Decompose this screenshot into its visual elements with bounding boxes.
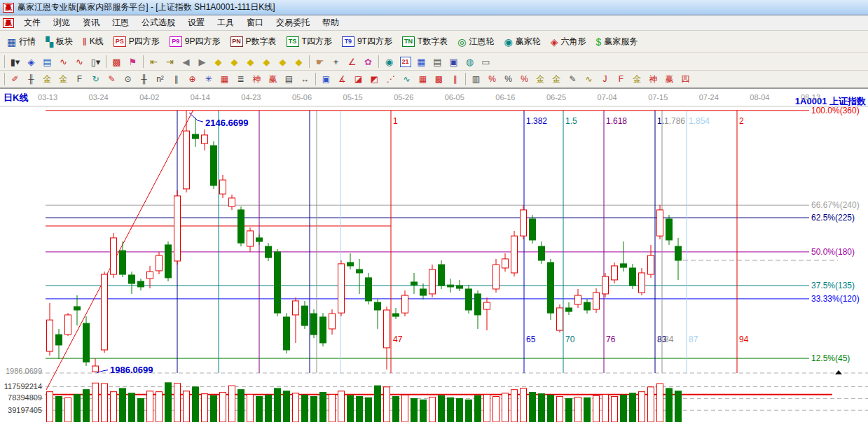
red-grid-2-icon[interactable]: ▩ [432,72,447,86]
mirror-line-icon[interactable]: ∥ [169,72,184,86]
shen-angle-icon[interactable]: 神 [646,72,661,86]
menu-交易委托[interactable]: 交易委托 [270,15,316,30]
candle-picker-icon[interactable]: ▯▾ [88,55,104,69]
info-board-icon[interactable]: ▤ [40,55,55,69]
fan-box-2-icon[interactable]: ◩ [367,72,383,86]
t-number-table-button[interactable]: TNT数字表 [398,34,452,50]
candle [366,278,372,301]
jump-first-icon[interactable]: ⇤ [146,55,162,69]
calendar-icon[interactable]: 21 [398,55,413,69]
pattern-search-icon[interactable]: ▩ [109,55,125,69]
ribbon-tool-icon[interactable]: ✿ [361,55,376,69]
ying-angle-icon[interactable]: 赢 [662,72,677,86]
sectors-button[interactable]: ▚板块 [41,34,77,50]
compress-scale-icon[interactable]: ◆ [259,55,275,69]
title-bar[interactable]: 赢 赢家江恩专业版[赢家内部服务平台] - [上证指数 SH1A0001-111… [0,0,868,15]
9t-square-button[interactable]: T99T四方形 [338,34,397,50]
n-square-tool-icon[interactable]: n² [153,72,168,86]
winner-wheel-button[interactable]: ◉赢家轮 [500,34,544,50]
mind-tool-icon[interactable]: ◉ [382,55,397,69]
kline-button[interactable]: ‖K线 [78,34,108,50]
p-number-table-button[interactable]: PNP数字表 [226,34,281,50]
angle-tool-icon[interactable]: ∠ [345,55,360,69]
slash-lines-icon[interactable]: ∥ [448,72,463,86]
gold-gate-2-icon[interactable]: 金 [56,72,71,86]
step-back-icon[interactable]: ◀ [179,55,194,69]
expand-scale-icon[interactable]: ◆ [275,55,291,69]
quotes-button[interactable]: ▦行情 [3,34,40,50]
wave-3-tool-icon[interactable]: ∿ [56,55,71,69]
color-marker-icon[interactable]: ⚑ [125,55,141,69]
ruler-123-icon[interactable]: ▤ [282,72,297,86]
gann-grid-small-icon[interactable]: ╫ [24,72,39,86]
compass-draw-icon[interactable]: ✎ [104,72,120,86]
star-web-icon[interactable]: ✳ [201,72,216,86]
gold-circle-icon[interactable]: 金 [533,72,549,86]
calculator-icon[interactable]: ▦ [414,55,429,69]
pen-note-icon[interactable]: ✎ [565,72,581,86]
width-measure-icon[interactable]: ↔ [298,72,313,86]
k-channel-icon[interactable]: ≣ [233,72,249,86]
zoom-both-icon[interactable]: ◆ [243,55,259,69]
web-share-icon[interactable]: ◍ [462,55,478,69]
scroll-up-arrow[interactable] [835,370,842,374]
chart-area[interactable]: 日K线 1A0001 上证指数 03-1303-2404-0204-1404-2… [0,89,868,422]
f-gate-icon[interactable]: F [72,72,88,86]
save-icon[interactable]: ▣ [446,55,462,69]
gann-shape-tool-icon[interactable]: ◈ [24,55,39,69]
menu-资讯[interactable]: 资讯 [76,15,106,30]
fan-lines-icon[interactable]: ⋰ [383,72,399,86]
fan-box-1-icon[interactable]: ◪ [351,72,366,86]
print-icon[interactable]: ▭ [478,55,494,69]
gold-wave-icon[interactable]: ∿ [581,72,597,86]
gold-angle-icon[interactable]: 金 [630,72,645,86]
jump-last-icon[interactable]: ⇥ [163,55,178,69]
menu-江恩[interactable]: 江恩 [106,15,135,30]
menu-工具[interactable]: 工具 [211,15,240,30]
sectors-icon: ▚ [46,36,53,48]
f-angle-icon[interactable]: F [614,72,629,86]
menu-帮助[interactable]: 帮助 [316,15,345,30]
zoom-right-icon[interactable]: ◆ [227,55,242,69]
gann-wheel-button[interactable]: ◎江恩轮 [453,34,498,50]
hash-tool-icon[interactable]: ╫ [137,72,152,86]
crosshair-tool-icon[interactable]: + [329,55,344,69]
grid-box-icon[interactable]: ▦ [217,72,233,86]
red-grid-1-icon[interactable]: ▦ [415,72,431,86]
ying-tool-icon[interactable]: 赢 [266,72,281,86]
winner-service-button[interactable]: $赢家服务 [591,34,642,50]
gold-gate-1-icon[interactable]: 金 [40,72,55,86]
red-fan-icon[interactable]: ∡ [335,72,350,86]
hexagon-button[interactable]: ◈六角形 [546,34,591,50]
step-forward-icon[interactable]: ▶ [195,55,210,69]
restore-scale-icon[interactable]: ◆ [291,55,307,69]
circle-cross-icon[interactable]: ⊕ [185,72,200,86]
wave-tool-icon[interactable]: ∿ [399,72,415,86]
menu-窗口[interactable]: 窗口 [240,15,270,30]
t-square-button[interactable]: TST四方形 [282,34,336,50]
time-circle-icon[interactable]: ⊙ [120,72,136,86]
pct-tool-3-icon[interactable]: % [517,72,532,86]
menu-公式选股[interactable]: 公式选股 [135,15,181,30]
pct-tool-1-icon[interactable]: % [485,72,500,86]
p-square-button[interactable]: PSP四方形 [109,34,164,50]
si-angle-icon[interactable]: 四 [678,72,694,86]
v-ruler-icon[interactable]: ▥ [469,72,484,86]
j-angle-icon[interactable]: J [598,72,613,86]
report-icon[interactable]: ▤ [430,55,446,69]
gold-lines-icon[interactable]: 金 [549,72,565,86]
9p-square-button[interactable]: P99P四方形 [165,34,225,50]
kline-chart[interactable]: 日K线 1A0001 上证指数 03-1303-2404-0204-1404-2… [0,89,868,422]
box-select-icon[interactable]: ▣ [319,72,334,86]
draw-pencil-icon[interactable]: ✐ [8,72,23,86]
menu-浏览[interactable]: 浏览 [47,15,76,30]
pct-tool-2-icon[interactable]: % [501,72,516,86]
menu-文件[interactable]: 文件 [18,15,47,30]
zoom-left-icon[interactable]: ◆ [211,55,226,69]
kline-style-picker-icon[interactable]: ▮▾ [8,55,23,69]
spiral-tool-icon[interactable]: ↻ [88,72,104,86]
wave-9-tool-icon[interactable]: ∿ [72,55,88,69]
shen-tool-icon[interactable]: 神 [249,72,265,86]
menu-设置[interactable]: 设置 [181,15,211,30]
hand-tool-icon[interactable]: ☛ [312,55,328,69]
